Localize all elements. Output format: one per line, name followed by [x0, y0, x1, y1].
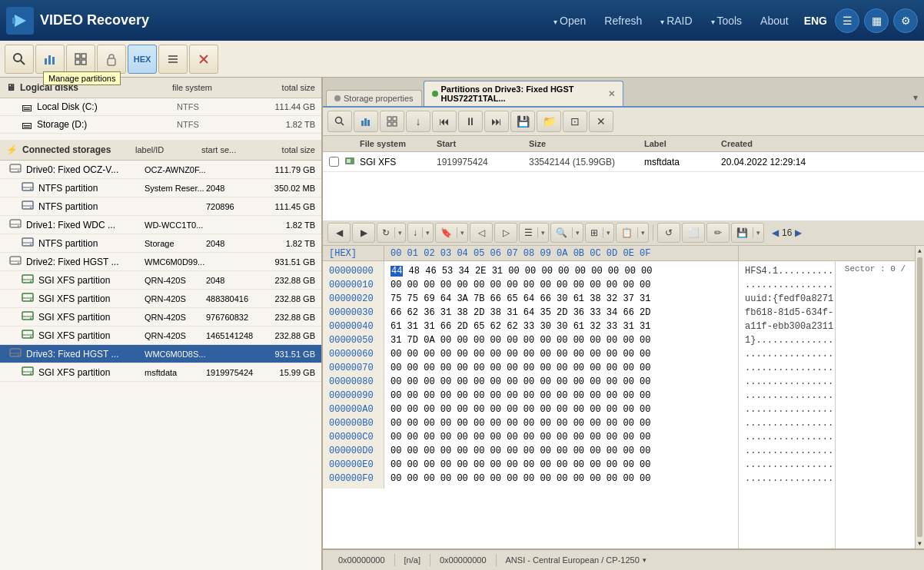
hex-btn-back[interactable]: ◀: [327, 223, 351, 243]
tab-btn-first[interactable]: ⏮: [432, 111, 457, 132]
scroll-down-arrow[interactable]: ▼: [916, 539, 924, 548]
storage-row-6[interactable]: SGI XFS partitionQRN-420S2048232.88 GB: [0, 271, 321, 290]
hex-btn-search[interactable]: 🔍 ▾: [550, 223, 583, 243]
toolbar-chart-btn[interactable]: [35, 45, 65, 74]
storage-name-6: SGI XFS partition: [38, 275, 145, 286]
storage-row-4[interactable]: NTFS partitionStorage20481.82 TB: [0, 234, 321, 253]
status-encoding-text: ANSI - Central European / CP-1250: [506, 555, 640, 565]
hex-btn-refresh[interactable]: ↺: [657, 223, 680, 243]
toolbar-grid-btn[interactable]: [66, 45, 95, 74]
title-icon-grid[interactable]: ▦: [864, 8, 889, 33]
status-enc-arrow[interactable]: ▾: [643, 556, 646, 564]
hex-btn-copy[interactable]: 📋 ▾: [616, 223, 649, 243]
part-checkbox-0[interactable]: [329, 157, 344, 167]
toolbar: HEX Manage partitions: [0, 41, 924, 78]
tab-btn-config[interactable]: ⊡: [563, 111, 587, 132]
storage-name-2: NTFS partition: [38, 201, 145, 212]
storage-row-10[interactable]: Drive3: Fixed HGST ...WMC6M0D8S...931.51…: [0, 345, 321, 363]
tab-dot-green: [432, 91, 438, 97]
toolbar-hex-btn[interactable]: HEX: [128, 45, 157, 74]
toolbar-search-btn[interactable]: [5, 45, 34, 74]
titlebar: VIDEO Recovery Open Refresh RAID Tools A…: [0, 0, 924, 41]
partition-row-0[interactable]: SGI XFS 1919975424 33542144 (15.99GB) ms…: [323, 152, 924, 172]
tab-btn-close[interactable]: ✕: [589, 111, 613, 132]
tab-btn-search[interactable]: [327, 111, 352, 132]
storage-start-7: 488380416: [206, 294, 260, 303]
hex-btn-redo[interactable]: ↻ ▾: [377, 223, 406, 243]
storage-row-3[interactable]: Drive1: Fixed WDC ...WD-WCC1T0...1.82 TB: [0, 216, 321, 234]
toolbar-list-btn[interactable]: [158, 45, 188, 74]
tab-btn-save[interactable]: 💾: [510, 111, 535, 132]
col-fs-label: File system: [360, 139, 437, 148]
tab-btn-grid[interactable]: [380, 111, 404, 132]
storage-start-6: 2048: [206, 276, 260, 285]
col-fs-header: file system: [172, 83, 249, 92]
storage-label-0: OCZ-AWNZ0F...: [145, 165, 206, 174]
menu-raid[interactable]: RAID: [653, 12, 700, 30]
hex-btn-grid2[interactable]: ⊞ ▾: [585, 223, 614, 243]
storage-row-8[interactable]: SGI XFS partitionQRN-420S976760832232.88…: [0, 308, 321, 326]
hex-btn-left[interactable]: ◁: [470, 223, 493, 243]
tab-label-storage: Storage properties: [344, 94, 414, 103]
menu-about[interactable]: About: [753, 12, 796, 30]
storage-row-5[interactable]: Drive2: Fixed HGST ...WMC6M0D99...931.51…: [0, 253, 321, 271]
svg-point-22: [30, 189, 32, 191]
title-icon-settings[interactable]: ⚙: [893, 8, 918, 33]
col-start-header: start se...: [201, 145, 255, 154]
storage-start-8: 976760832: [206, 313, 260, 322]
scroll-thumb[interactable]: [917, 257, 922, 537]
page-left-arrow[interactable]: ◀: [772, 227, 779, 238]
app-title: VIDEO Recovery: [40, 12, 546, 28]
storage-row-1[interactable]: NTFS partitionSystem Reser...2048350.02 …: [0, 179, 321, 197]
svg-rect-10: [81, 60, 86, 65]
scroll-up-arrow[interactable]: ▲: [916, 246, 924, 256]
svg-point-43: [30, 318, 32, 320]
storage-size-1: 350.02 MB: [260, 184, 315, 193]
storage-row-7[interactable]: SGI XFS partitionQRN-420S488380416232.88…: [0, 290, 321, 308]
page-right-arrow[interactable]: ▶: [795, 227, 802, 238]
disk-storage-d[interactable]: 🖴 Storage (D:) NTFS 1.82 TB: [0, 116, 321, 134]
hex-btn-download[interactable]: ↓ ▾: [407, 223, 434, 243]
toolbar-close-btn[interactable]: [189, 45, 218, 74]
tab-scroll-arrow[interactable]: ▾: [910, 89, 921, 106]
tab-close-partitions[interactable]: ✕: [608, 89, 615, 99]
part-cb-input-0[interactable]: [329, 157, 339, 167]
storage-icon-2: [22, 200, 34, 213]
toolbar-lock-btn[interactable]: [97, 45, 126, 74]
tab-storage-properties[interactable]: Storage properties: [326, 90, 422, 106]
svg-point-49: [18, 355, 19, 356]
hex-btn-bookmark[interactable]: 🔖 ▾: [435, 223, 468, 243]
svg-point-37: [30, 281, 32, 283]
hex-byte-highlight: 44: [391, 266, 403, 277]
hex-search-icon: 🔍: [551, 227, 573, 238]
tab-btn-down[interactable]: ↓: [406, 111, 430, 132]
hex-btn-right[interactable]: ▷: [494, 223, 517, 243]
connected-storages-header: ⚡ Connected storages label/ID start se..…: [0, 140, 321, 161]
hex-btn-square[interactable]: ⬜: [682, 223, 705, 243]
tab-btn-last[interactable]: ⏭: [484, 111, 509, 132]
hex-btn-forward[interactable]: ▶: [352, 223, 375, 243]
tab-btn-pause[interactable]: ⏸: [458, 111, 483, 132]
disk-local-c[interactable]: 🖴 Local Disk (C:) NTFS 111.44 GB: [0, 98, 321, 116]
hex-btn-edit[interactable]: ✏: [706, 223, 730, 243]
status-encoding[interactable]: ANSI - Central European / CP-1250 ▾: [497, 554, 656, 566]
col-created-label: Created: [721, 139, 918, 148]
hex-ascii: HFS4.1.......... ................ uuid:{…: [738, 261, 835, 548]
storage-row-2[interactable]: NTFS partition720896111.45 GB: [0, 197, 321, 216]
hex-scrollbar[interactable]: ▲ ▼: [915, 246, 924, 548]
storage-size-10: 931.51 GB: [260, 350, 315, 359]
menu-refresh[interactable]: Refresh: [597, 12, 650, 30]
storage-label-10: WMC6M0D8S...: [145, 350, 206, 359]
menu-tools[interactable]: Tools: [703, 12, 750, 30]
hex-btn-list[interactable]: ☰ ▾: [519, 223, 549, 243]
storage-row-9[interactable]: SGI XFS partitionQRN-420S1465141248232.8…: [0, 326, 321, 345]
storage-row-11[interactable]: SGI XFS partitionmsftdata191997542415.99…: [0, 363, 321, 382]
tab-btn-chart[interactable]: [354, 111, 378, 132]
tab-btn-folder[interactable]: 📁: [537, 111, 561, 132]
tab-partitions[interactable]: Partitions on Drive3: Fixed HGST HUS722T…: [424, 81, 623, 106]
storage-row-0[interactable]: Drive0: Fixed OCZ-V...OCZ-AWNZ0F...111.7…: [0, 161, 321, 179]
disk-name-d: Storage (D:): [37, 119, 177, 130]
hex-btn-save[interactable]: 💾 ▾: [731, 223, 764, 243]
title-icon-list[interactable]: ☰: [835, 8, 859, 33]
menu-open[interactable]: Open: [546, 12, 593, 30]
